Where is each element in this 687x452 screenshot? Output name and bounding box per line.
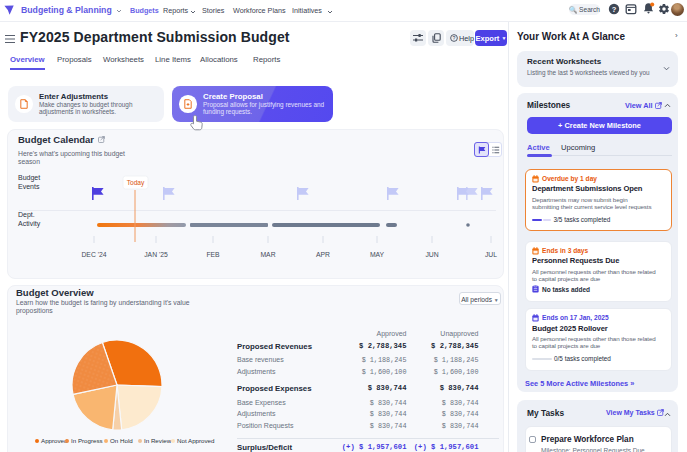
svg-text:Today: Today: [127, 179, 145, 187]
svg-text:FEB: FEB: [206, 251, 220, 258]
svg-text:JUN: JUN: [425, 251, 438, 258]
svg-text:?: ?: [612, 5, 617, 14]
svg-text:DEC '24: DEC '24: [81, 251, 106, 258]
svg-text:MAR: MAR: [260, 251, 275, 258]
svg-text:?: ?: [452, 35, 455, 41]
svg-text:MAY: MAY: [370, 251, 385, 258]
svg-text:JAN '25: JAN '25: [144, 251, 168, 258]
svg-text:APR: APR: [316, 251, 330, 258]
svg-text:JUL: JUL: [485, 251, 497, 258]
